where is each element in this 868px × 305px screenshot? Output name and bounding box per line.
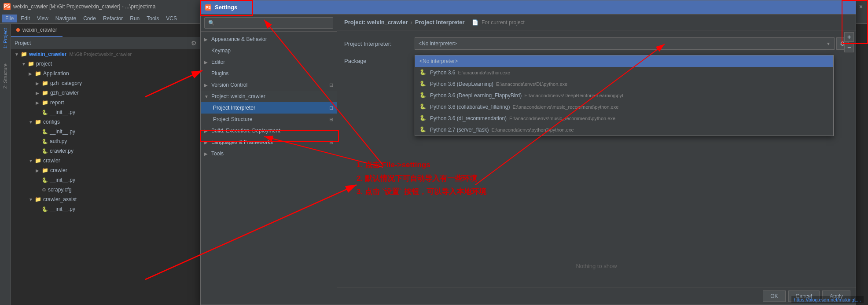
tree-root[interactable]: ▼ 📁 weixin_crawler M:\Git Project\weixin… [11, 49, 200, 59]
interpreter-copy-icon: ⊟ [329, 105, 333, 111]
settings-breadcrumb: Project: weixin_crawler › Project Interp… [337, 15, 856, 30]
sidebar-item-project[interactable]: ▼ Project: weixin_crawler [201, 91, 337, 102]
tree-configs-init[interactable]: 🐍 __init__.py [11, 127, 200, 136]
tree-application[interactable]: ▶ 📁 Application [11, 69, 200, 78]
settings-search-input[interactable] [204, 17, 333, 29]
sidebar-item-version-control[interactable]: ▶ Version Control ⊟ [201, 79, 337, 91]
bottom-url: https://blog.csdn.net/makingL... [791, 296, 864, 303]
close-button[interactable]: × [857, 3, 864, 10]
interpreter-select[interactable]: <No interpreter> ▼ [415, 37, 835, 50]
languages-icon: ⊟ [329, 140, 333, 145]
tree-crawler-assist[interactable]: ▼ 📁 crawler_assist [11, 195, 200, 204]
dropdown-item-py36-dlrec[interactable]: 🐍 Python 3.6 (dl_recommendation) E:\anac… [415, 113, 833, 124]
tree-crawler-py[interactable]: 🐍 crawler.py [11, 146, 200, 156]
interpreter-row: Project Interpreter: <No interpreter> ▼ … [344, 37, 849, 50]
tree-gzh-crawler[interactable]: ▶ 📁 gzh_crawler [11, 88, 200, 98]
breadcrumb-part1: Project: weixin_crawler [344, 19, 408, 26]
structure-icon: ⊟ [329, 117, 333, 122]
side-tab-project[interactable]: 1: Project [1, 26, 10, 51]
sidebar-item-project-interpreter[interactable]: Project Interpreter ⊟ [201, 102, 337, 114]
project-gear-icon[interactable]: ⚙ [191, 40, 197, 47]
weixin-dot [16, 28, 20, 32]
tree-crawler-assist-init[interactable]: 🐍 __init__.py [11, 204, 200, 214]
tree-crawler-sub[interactable]: ▶ 📁 crawler [11, 165, 200, 175]
project-panel-title: Project [15, 40, 191, 46]
menu-tools[interactable]: Tools [143, 15, 162, 22]
tree-auth[interactable]: 🐍 auth.py [11, 136, 200, 146]
dropdown-item-py27[interactable]: 🐍 Python 2.7 (server_flask) E:\anaconda\… [415, 124, 833, 136]
breadcrumb-separator: › [411, 19, 412, 26]
version-control-icon: ⊟ [329, 82, 333, 88]
weixin-tab-label[interactable]: weixin_crawler [22, 27, 57, 33]
settings-tree: ▶ Appearance & Behavior Keymap ▶ Editor [201, 32, 337, 305]
tree-crawler-init[interactable]: 🐍 __init__.py [11, 175, 200, 185]
menu-file[interactable]: File [2, 15, 17, 22]
sidebar-item-languages[interactable]: ▶ Languages & Frameworks ⊟ [201, 136, 337, 148]
dropdown-item-py36-flappy[interactable]: 🐍 Python 3.6 (DeepLearning_FlappyBird) E… [415, 90, 833, 101]
project-tree: ▼ 📁 weixin_crawler M:\Git Project\weixin… [11, 49, 200, 305]
settings-right-panel: Project: weixin_crawler › Project Interp… [337, 15, 856, 305]
add-package-btn[interactable]: + [844, 32, 854, 42]
settings-title: Settings [215, 4, 237, 11]
settings-icon: PS [205, 4, 211, 11]
breadcrumb-part2: Project Interpreter [415, 19, 465, 26]
sidebar-item-keymap[interactable]: Keymap [201, 45, 337, 56]
tree-init-app[interactable]: 🐍 __init__.py [11, 107, 200, 117]
dropdown-item-py36-collab[interactable]: 🐍 Python 3.6 (collaborative_filtering) E… [415, 101, 833, 113]
interpreter-dropdown-list: <No interpreter> 🐍 Python 3.6 E:\anacond… [415, 55, 834, 136]
ok-button[interactable]: OK [763, 290, 785, 302]
settings-sidebar: ▶ Appearance & Behavior Keymap ▶ Editor [201, 15, 337, 305]
interpreter-value: <No interpreter> [419, 40, 457, 47]
dropdown-item-py36[interactable]: 🐍 Python 3.6 E:\anaconda\python.exe [415, 67, 833, 78]
breadcrumb-note: 📄 For current project [472, 19, 525, 26]
sidebar-item-build[interactable]: ▶ Build, Execution, Deployment [201, 125, 337, 136]
menu-navigate[interactable]: Navigate [52, 15, 80, 22]
settings-dialog: PS Settings ▶ Appearance & Behavior [200, 0, 856, 305]
sidebar-item-tools[interactable]: ▶ Tools [201, 148, 337, 159]
tree-configs[interactable]: ▼ 📁 configs [11, 117, 200, 127]
menu-refactor[interactable]: Refactor [99, 15, 126, 22]
interpreter-dropdown-arrow: ▼ [826, 41, 831, 46]
settings-body: Project Interpreter: <No interpreter> ▼ … [337, 30, 856, 287]
nothing-to-show: Nothing to show [576, 263, 617, 269]
menu-view[interactable]: View [33, 15, 52, 22]
settings-title-bar: PS Settings [201, 0, 856, 15]
menu-run[interactable]: Run [126, 15, 143, 22]
sidebar-item-project-structure[interactable]: Project Structure ⊟ [201, 114, 337, 125]
dropdown-item-py36-dl[interactable]: 🐍 Python 3.6 (DeepLearning) E:\anaconda\… [415, 78, 833, 90]
side-tab-structure[interactable]: Z: Structure [1, 61, 10, 91]
settings-footer: OK Cancel Apply [337, 287, 856, 305]
tree-project[interactable]: ▼ 📁 project [11, 59, 200, 69]
sidebar-item-plugins[interactable]: Plugins [201, 68, 337, 79]
action-buttons: + − [842, 30, 856, 54]
tree-scrapy-cfg[interactable]: ⚙ scrapy.cfg [11, 185, 200, 195]
interpreter-label: Project Interpreter: [344, 40, 415, 47]
menu-code[interactable]: Code [80, 15, 99, 22]
tree-gzh-category[interactable]: ▶ 📁 gzh_category [11, 78, 200, 88]
dropdown-item-no-interpreter[interactable]: <No interpreter> [415, 55, 833, 67]
sidebar-item-editor[interactable]: ▶ Editor [201, 56, 337, 68]
app-icon: PS [4, 3, 11, 10]
menu-vcs[interactable]: VCS [162, 15, 180, 22]
sidebar-item-appearance[interactable]: ▶ Appearance & Behavior [201, 33, 337, 45]
tree-crawler-folder[interactable]: ▼ 📁 crawler [11, 156, 200, 165]
remove-package-btn[interactable]: − [844, 43, 854, 52]
packages-label: Package [344, 58, 367, 64]
tree-report[interactable]: ▶ 📁 report [11, 98, 200, 107]
menu-edit[interactable]: Edit [17, 15, 33, 22]
